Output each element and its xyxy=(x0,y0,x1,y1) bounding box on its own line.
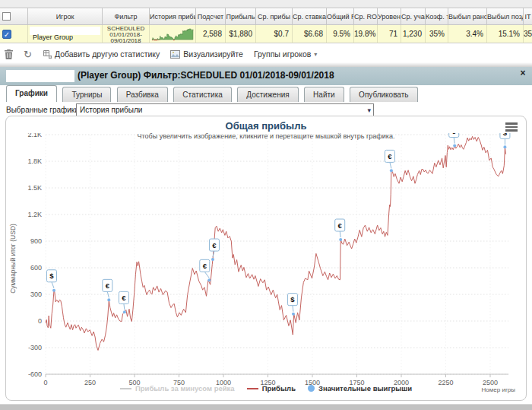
redacted-box xyxy=(6,70,74,82)
svg-text:$: $ xyxy=(49,272,54,280)
svg-text:1.5K: 1.5K xyxy=(27,184,42,192)
report-panel: (Player Group) Фильтр:SCHEDULED 01/01/20… xyxy=(0,67,532,404)
avg-roi-cell: 19.8% xyxy=(354,25,378,43)
add-statistic-button[interactable]: Добавить другую статистику xyxy=(43,49,160,59)
refresh-icon: ↻ xyxy=(24,49,32,60)
column-header-avg-roi[interactable]: Ср. RO xyxy=(354,8,378,25)
tab-charts[interactable]: Графики xyxy=(6,85,57,102)
column-header-filter[interactable]: Фильтр xyxy=(103,8,150,25)
player-groups-label: Группы игроков xyxy=(254,49,311,59)
column-header-busted-late[interactable]: Выбыл позд xyxy=(487,8,524,25)
refresh-button[interactable]: ↻ xyxy=(24,49,32,60)
svg-text:-300: -300 xyxy=(28,344,42,351)
player-groups-dropdown[interactable]: Группы игроков ▾ xyxy=(254,49,317,59)
top-strip xyxy=(0,0,532,8)
avg-entrants-cell: 1,230 xyxy=(401,25,426,43)
legend-label: Прибыль за минусом рейка xyxy=(135,384,235,393)
player-stats-table: Игрок Фильтр История прибы. Подсчет Приб… xyxy=(0,8,532,43)
delete-button[interactable] xyxy=(5,49,13,59)
xaxis-title: Номер игры xyxy=(482,386,515,393)
svg-text:Суммарный итог (USD): Суммарный итог (USD) xyxy=(9,224,17,294)
profit-cell: $1,880 xyxy=(226,25,256,43)
svg-text:€: € xyxy=(338,221,343,230)
svg-text:1.2K: 1.2K xyxy=(27,211,42,218)
legend-label: Значительные выигрыши xyxy=(318,384,412,393)
filter-cell: SCHEDULED 01/01/2018- 09/01/2018 xyxy=(103,25,150,43)
column-header-profit[interactable]: Прибыль xyxy=(226,8,256,25)
svg-text:€: € xyxy=(106,281,110,290)
column-header-history[interactable]: История прибы. xyxy=(150,8,196,25)
busted-late-cell: 15.1% xyxy=(487,25,524,43)
chart-select[interactable]: История прибыли ▾ xyxy=(76,103,374,116)
chart-container[interactable]: Общая прибыль Чтобы увеличить изображени… xyxy=(5,116,527,401)
tab-achievements[interactable]: Достижения xyxy=(237,87,298,102)
svg-text:600: 600 xyxy=(30,264,42,272)
tab-publish[interactable]: Опубликовать xyxy=(350,87,417,102)
legend-label: Прибыль xyxy=(262,384,296,393)
svg-text:0: 0 xyxy=(38,317,42,325)
bottom-strip xyxy=(0,404,532,410)
add-statistic-label: Добавить другую статистику xyxy=(55,49,160,59)
svg-text:$: $ xyxy=(290,295,295,304)
chart-select-value: История прибыли xyxy=(80,106,142,114)
filter-line: 09/01/2018 xyxy=(103,38,149,43)
column-header-coef[interactable]: Коэф. т xyxy=(426,8,448,25)
legend-dot-swatch xyxy=(308,385,315,392)
profit-chart-plot[interactable]: 2.1K1.8K1.5K1.2K9006003000-300-600025050… xyxy=(7,133,525,386)
svg-text:1.8K: 1.8K xyxy=(27,157,42,165)
table-header-row: Игрок Фильтр История прибы. Подсчет Приб… xyxy=(0,8,532,25)
visualize-label: Визуализируйте xyxy=(183,49,243,59)
toolbar: ↻ Добавить другую статистику Визуализиру… xyxy=(0,46,532,62)
chart-title: Общая прибыль xyxy=(6,120,526,132)
svg-text:300: 300 xyxy=(30,291,42,298)
svg-text:€: € xyxy=(388,152,392,161)
tab-statistics[interactable]: Статистика xyxy=(173,87,232,102)
column-header-itm[interactable]: IT xyxy=(524,8,532,25)
tab-breakdown[interactable]: Разбивка xyxy=(117,87,168,102)
total-r-cell: 9.5% xyxy=(327,25,354,43)
legend-item-significant-wins[interactable]: Значительные выигрыши xyxy=(308,384,412,393)
legend-line-swatch xyxy=(120,388,131,389)
visualize-button[interactable]: Визуализируйте xyxy=(170,49,243,59)
chevron-down-icon: ▾ xyxy=(314,51,317,58)
svg-text:€: € xyxy=(203,262,207,270)
close-icon[interactable]: × xyxy=(518,68,528,78)
player-name: Player Group xyxy=(33,33,73,41)
chart-menu-icon[interactable] xyxy=(505,122,518,133)
row-checkbox-cell: ✓ xyxy=(0,25,28,43)
tab-bar: Графики Турниры Разбивка Статистика Дост… xyxy=(0,85,532,102)
count-cell: 2,588 xyxy=(196,25,226,43)
column-header-level[interactable]: Уровен xyxy=(378,8,401,25)
screen: Игрок Фильтр История прибы. Подсчет Приб… xyxy=(0,0,532,410)
svg-text:900: 900 xyxy=(30,237,42,245)
add-statistic-icon xyxy=(43,49,52,59)
tab-tournaments[interactable]: Турниры xyxy=(62,87,111,102)
header-checkbox-cell xyxy=(0,8,28,25)
select-all-checkbox[interactable] xyxy=(2,12,11,21)
legend-line-swatch xyxy=(247,388,258,389)
tab-find[interactable]: Найти xyxy=(304,87,344,102)
column-header-total-r[interactable]: Общий R xyxy=(327,8,354,25)
panel-header: (Player Group) Фильтр:SCHEDULED 01/01/20… xyxy=(0,67,532,85)
legend-item-profit-minus-rake[interactable]: Прибыль за минусом рейка xyxy=(120,384,235,393)
column-header-avg-profit[interactable]: Ср. прибы xyxy=(256,8,293,25)
row-checkbox[interactable]: ✓ xyxy=(2,30,11,39)
svg-text:-600: -600 xyxy=(28,370,42,378)
column-header-count[interactable]: Подсчет xyxy=(196,8,226,25)
column-header-avg-entrants[interactable]: Ср. учас xyxy=(401,8,426,25)
chevron-down-icon: ▾ xyxy=(367,105,371,116)
profit-history-cell xyxy=(150,25,196,43)
coef-cell: 35% xyxy=(426,25,448,43)
trash-icon xyxy=(5,49,13,59)
itm-cell: 35 xyxy=(524,25,532,43)
column-header-avg-stake[interactable]: Ср. ставка xyxy=(293,8,327,25)
chart-legend: Прибыль за минусом рейка Прибыль Значите… xyxy=(6,384,526,393)
level-cell: 71 xyxy=(378,25,401,43)
svg-text:€: € xyxy=(212,241,217,249)
column-header-player[interactable]: Игрок xyxy=(28,8,103,25)
legend-item-profit[interactable]: Прибыль xyxy=(247,384,296,393)
column-header-busted-early[interactable]: Выбыл рано xyxy=(448,8,487,25)
svg-text:€: € xyxy=(452,133,457,135)
table-row[interactable]: ✓ Player Group SCHEDULED 01/01/2018- 09/… xyxy=(0,25,532,43)
player-cell: Player Group xyxy=(28,25,103,43)
